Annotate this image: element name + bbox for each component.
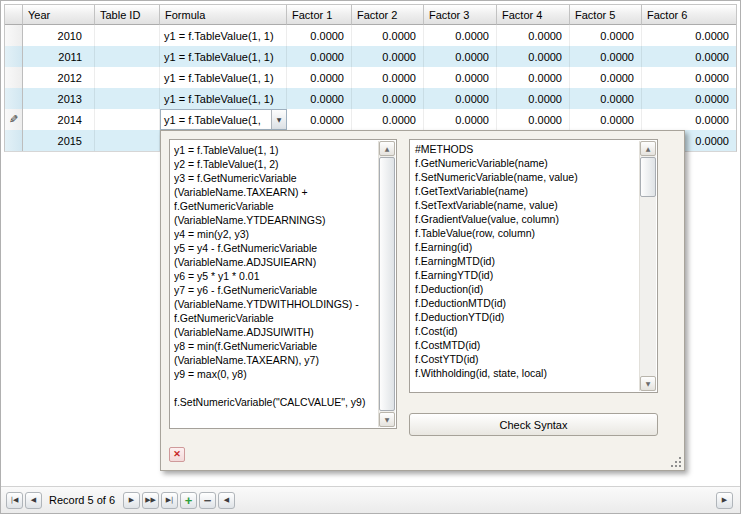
- method-list-item[interactable]: f.GetTextVariable(name): [411, 184, 638, 198]
- row-indicator[interactable]: [5, 25, 23, 46]
- col-header-factor-6[interactable]: Factor 6: [642, 5, 736, 25]
- table-id-cell[interactable]: [95, 130, 160, 151]
- factor-1-cell[interactable]: 0.0000: [287, 67, 352, 88]
- scroll-up-button[interactable]: ▲: [640, 141, 656, 156]
- factor-5-cell[interactable]: 0.0000: [570, 109, 642, 130]
- factor-6-cell[interactable]: 0.0000: [642, 109, 736, 130]
- formula-editor-cell[interactable]: y1 = f.TableValue(1, ▼: [160, 109, 287, 130]
- year-cell[interactable]: 2015: [23, 130, 95, 151]
- scrollbar-thumb[interactable]: [379, 157, 395, 411]
- row-indicator[interactable]: ✎: [5, 109, 23, 130]
- scrollbar-thumb[interactable]: [640, 157, 656, 197]
- factor-5-cell[interactable]: 0.0000: [570, 88, 642, 109]
- factor-4-cell[interactable]: 0.0000: [497, 46, 570, 67]
- row-indicator[interactable]: [5, 46, 23, 67]
- col-header-factor-3[interactable]: Factor 3: [424, 5, 497, 25]
- factor-2-cell[interactable]: 0.0000: [352, 67, 424, 88]
- year-cell[interactable]: 2012: [23, 67, 95, 88]
- method-list-item[interactable]: f.Earning(id): [411, 240, 638, 254]
- method-list-item[interactable]: f.DeductionYTD(id): [411, 310, 638, 324]
- method-list-item[interactable]: f.SetNumericVariable(name, value): [411, 170, 638, 184]
- row-indicator[interactable]: [5, 67, 23, 88]
- factor-2-cell[interactable]: 0.0000: [352, 109, 424, 130]
- methods-scrollbar[interactable]: ▲ ▼: [639, 141, 656, 391]
- scroll-up-button[interactable]: ▲: [379, 141, 395, 156]
- nav-cancel-edit-button[interactable]: ◀: [218, 492, 235, 509]
- nav-delete-button[interactable]: −: [199, 492, 216, 509]
- col-header-factor-5[interactable]: Factor 5: [570, 5, 642, 25]
- year-cell[interactable]: 2013: [23, 88, 95, 109]
- year-cell[interactable]: 2010: [23, 25, 95, 46]
- factor-3-cell[interactable]: 0.0000: [424, 88, 497, 109]
- factor-2-cell[interactable]: 0.0000: [352, 88, 424, 109]
- nav-next-button[interactable]: ▶: [123, 492, 140, 509]
- close-editor-button[interactable]: ✕: [169, 447, 185, 462]
- method-list-item[interactable]: f.DeductionMTD(id): [411, 296, 638, 310]
- formula-cell[interactable]: y1 = f.TableValue(1, 1): [160, 46, 287, 67]
- factor-4-cell[interactable]: 0.0000: [497, 88, 570, 109]
- factor-3-cell[interactable]: 0.0000: [424, 109, 497, 130]
- method-list-item[interactable]: f.Withholding(id, state, local): [411, 366, 638, 380]
- factor-4-cell[interactable]: 0.0000: [497, 25, 570, 46]
- factor-1-cell[interactable]: 0.0000: [287, 46, 352, 67]
- factor-6-cell[interactable]: 0.0000: [642, 88, 736, 109]
- col-header-factor-4[interactable]: Factor 4: [497, 5, 570, 25]
- factor-5-cell[interactable]: 0.0000: [570, 25, 642, 46]
- factor-3-cell[interactable]: 0.0000: [424, 67, 497, 88]
- factor-4-cell[interactable]: 0.0000: [497, 67, 570, 88]
- table-id-cell[interactable]: [95, 25, 160, 46]
- row-indicator[interactable]: [5, 88, 23, 109]
- method-list-item[interactable]: f.SetTextVariable(name, value): [411, 198, 638, 212]
- method-list-item[interactable]: f.Cost(id): [411, 324, 638, 338]
- factor-3-cell[interactable]: 0.0000: [424, 46, 497, 67]
- year-cell[interactable]: 2014: [23, 109, 95, 130]
- col-header-table-id[interactable]: Table ID: [95, 5, 160, 25]
- col-header-year[interactable]: Year: [23, 5, 95, 25]
- factor-1-cell[interactable]: 0.0000: [287, 25, 352, 46]
- nav-first-button[interactable]: |◀: [6, 492, 23, 509]
- factor-5-cell[interactable]: 0.0000: [570, 46, 642, 67]
- method-list-item[interactable]: f.Deduction(id): [411, 282, 638, 296]
- nav-last-button[interactable]: ▶|: [161, 492, 178, 509]
- formula-cell[interactable]: y1 = f.TableValue(1, 1): [160, 25, 287, 46]
- nav-next-page-button[interactable]: ▶▶: [142, 492, 159, 509]
- nav-append-button[interactable]: +: [180, 492, 197, 509]
- method-list-item[interactable]: f.TableValue(row, column): [411, 226, 638, 240]
- factor-5-cell[interactable]: 0.0000: [570, 67, 642, 88]
- nav-prev-button[interactable]: ◀: [25, 492, 42, 509]
- memo-scrollbar[interactable]: ▲ ▼: [378, 141, 395, 427]
- dropdown-button[interactable]: ▼: [271, 110, 286, 129]
- scroll-right-button[interactable]: ▶: [716, 492, 733, 509]
- factor-2-cell[interactable]: 0.0000: [352, 46, 424, 67]
- factor-6-cell[interactable]: 0.0000: [642, 25, 736, 46]
- factor-3-cell[interactable]: 0.0000: [424, 25, 497, 46]
- check-syntax-button[interactable]: Check Syntax: [409, 413, 658, 436]
- resize-grip[interactable]: [670, 456, 682, 468]
- factor-6-cell[interactable]: 0.0000: [642, 67, 736, 88]
- row-indicator[interactable]: [5, 130, 23, 151]
- table-id-cell[interactable]: [95, 46, 160, 67]
- formula-text-input[interactable]: y1 = f.TableValue(1, 1) y2 = f.TableValu…: [174, 143, 376, 425]
- formula-cell[interactable]: y1 = f.TableValue(1, 1): [160, 67, 287, 88]
- formula-cell[interactable]: y1 = f.TableValue(1, 1): [160, 88, 287, 109]
- method-list-item[interactable]: f.CostMTD(id): [411, 338, 638, 352]
- factor-1-cell[interactable]: 0.0000: [287, 88, 352, 109]
- scroll-down-button[interactable]: ▼: [379, 412, 395, 427]
- factor-1-cell[interactable]: 0.0000: [287, 109, 352, 130]
- factor-4-cell[interactable]: 0.0000: [497, 109, 570, 130]
- col-header-factor-2[interactable]: Factor 2: [352, 5, 424, 25]
- scroll-down-button[interactable]: ▼: [640, 376, 656, 391]
- factor-6-cell[interactable]: 0.0000: [642, 46, 736, 67]
- method-list-item[interactable]: f.CostYTD(id): [411, 352, 638, 366]
- col-header-formula[interactable]: Formula: [160, 5, 287, 25]
- method-list-item[interactable]: f.EarningMTD(id): [411, 254, 638, 268]
- method-list-item[interactable]: f.EarningYTD(id): [411, 268, 638, 282]
- table-id-cell[interactable]: [95, 109, 160, 130]
- formula-memo[interactable]: y1 = f.TableValue(1, 1) y2 = f.TableValu…: [169, 139, 397, 429]
- table-id-cell[interactable]: [95, 88, 160, 109]
- table-id-cell[interactable]: [95, 67, 160, 88]
- year-cell[interactable]: 2011: [23, 46, 95, 67]
- method-list-item[interactable]: f.GradientValue(value, column): [411, 212, 638, 226]
- method-list-item[interactable]: f.GetNumericVariable(name): [411, 156, 638, 170]
- col-header-factor-1[interactable]: Factor 1: [287, 5, 352, 25]
